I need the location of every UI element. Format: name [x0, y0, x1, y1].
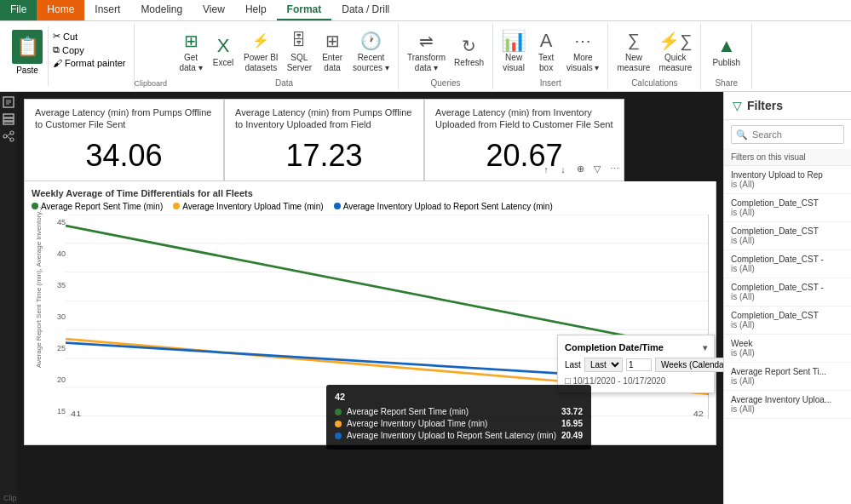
filter-header: ▽ Filters — [724, 92, 851, 120]
more-visuals-button[interactable]: ⋯ Morevisuals ▾ — [563, 27, 602, 75]
filter-item-0[interactable]: Inventory Upload to Rep is (All) — [724, 166, 851, 194]
clipboard-small-buttons: ✂ Cut ⧉ Copy 🖌 Format painter — [49, 26, 130, 86]
new-visual-button[interactable]: 📊 Newvisual — [498, 27, 529, 75]
data-label: Data — [275, 77, 293, 88]
ribbon-tab-bar: File Home Insert Modeling View Help Form… — [0, 0, 851, 21]
y-axis-label: Average Report Sent Time (min), Average … — [35, 266, 43, 368]
tooltip-row-0: Average Report Sent Time (min) 33.72 — [335, 407, 583, 416]
paste-button[interactable]: 📋 Paste — [7, 26, 49, 86]
legend-yellow: Average Inventory Upload Time (min) — [173, 202, 323, 211]
chart-tooltip: 42 Average Report Sent Time (min) 33.72 … — [326, 385, 591, 450]
tab-data-drill[interactable]: Data / Drill — [331, 0, 400, 20]
tooltip-dot-1 — [335, 421, 342, 427]
filter-item-3[interactable]: Completion_Date_CST - is (All) — [724, 250, 851, 278]
tab-insert[interactable]: Insert — [84, 0, 130, 20]
data-group: ⊞ Getdata ▾ X Excel ⚡ Power BIdatasets 🗄… — [170, 23, 399, 89]
excel-button[interactable]: X Excel — [208, 32, 239, 70]
calculations-label: Calculations — [631, 77, 677, 88]
format-painter-button[interactable]: 🖌 Format painter — [50, 57, 129, 69]
svg-rect-5 — [3, 118, 14, 121]
copy-button[interactable]: ⧉ Copy — [50, 43, 129, 56]
y-tick-20: 20 — [45, 375, 66, 384]
tab-modeling[interactable]: Modeling — [130, 0, 193, 20]
paste-icon: 📋 — [12, 30, 43, 64]
tooltip-row-2: Average Inventory Upload to Report Sent … — [335, 431, 583, 440]
quick-measure-button[interactable]: ⚡∑ Quickmeasure — [655, 27, 695, 75]
legend-label-yellow: Average Inventory Upload Time (min) — [182, 202, 323, 211]
tab-view[interactable]: View — [193, 0, 235, 20]
insert-group-items: 📊 Newvisual A Textbox ⋯ Morevisuals ▾ — [498, 25, 602, 77]
tooltip-label-2: Average Inventory Upload to Report Sent … — [347, 431, 556, 440]
power-bi-datasets-button[interactable]: ⚡ Power BIdatasets — [240, 27, 282, 75]
y-tick-30: 30 — [45, 312, 66, 321]
filter-item-1[interactable]: Completion_Date_CST is (All) — [724, 194, 851, 222]
enter-data-button[interactable]: ⊞ Enterdata — [317, 27, 348, 75]
legend-label-blue: Average Inventory Upload to Report Sent … — [343, 202, 553, 211]
kpi-row: Average Latency (min) from Pumps Offline… — [24, 99, 716, 181]
publish-button[interactable]: ▲ Publish — [709, 32, 744, 70]
filter-icon[interactable]: ▽ — [589, 162, 605, 177]
expand-icon[interactable]: ⊕ — [572, 162, 588, 177]
filter-item-5[interactable]: Completion_Date_CST is (All) — [724, 306, 851, 335]
filter-item-6[interactable]: Week is (All) — [724, 335, 851, 363]
quick-measure-icon: ⚡∑ — [664, 29, 687, 53]
text-box-button[interactable]: A Textbox — [531, 27, 561, 75]
recent-sources-button[interactable]: 🕐 Recentsources ▾ — [349, 27, 393, 75]
data-group-items: ⊞ Getdata ▾ X Excel ⚡ Power BIdatasets 🗄… — [175, 25, 393, 77]
tab-home[interactable]: Home — [37, 0, 84, 20]
legend-blue: Average Inventory Upload to Report Sent … — [334, 202, 553, 211]
kpi-card-2: Average Latency (min) from Inventory Upl… — [424, 99, 624, 181]
share-group-items: ▲ Publish — [709, 25, 744, 77]
more-options-icon[interactable]: ⋯ — [607, 162, 622, 177]
tooltip-val-1: 16.95 — [561, 419, 583, 428]
tab-format[interactable]: Format — [277, 0, 332, 20]
publish-icon: ▲ — [715, 34, 739, 58]
kpi-title-2: Average Latency (min) from Inventory Upl… — [435, 106, 613, 131]
kpi-value-0: 34.06 — [35, 138, 213, 174]
legend-dot-blue — [334, 203, 341, 209]
refresh-icon: ↻ — [457, 34, 481, 58]
tooltip-val-2: 20.49 — [561, 431, 583, 440]
legend-label-green: Average Report Sent Time (min) — [41, 202, 163, 211]
report-view-icon[interactable] — [2, 95, 15, 109]
share-label: Share — [715, 77, 738, 88]
model-view-icon[interactable] — [2, 129, 15, 143]
date-filter-row: Last Last Weeks (Calendar) — [565, 358, 707, 372]
filter-item-8[interactable]: Average Inventory Uploa... is (All) — [724, 391, 851, 419]
period-unit-select[interactable]: Weeks (Calendar) — [655, 358, 723, 372]
queries-group: ⇌ Transformdata ▾ ↻ Refresh Queries — [399, 23, 493, 89]
filters-section-label: Filters on this visual — [724, 149, 851, 166]
kpi-card-1: Average Latency (min) from Pumps Offline… — [224, 99, 424, 181]
transform-icon: ⇌ — [414, 29, 438, 53]
filter-item-4[interactable]: Completion_Date_CST - is (All) — [724, 278, 851, 306]
filter-item-2[interactable]: Completion_Date_CST is (All) — [724, 222, 851, 250]
filter-item-7[interactable]: Average Report Sent Ti... is (All) — [724, 363, 851, 391]
y-tick-35: 35 — [45, 281, 66, 289]
tab-file[interactable]: File — [0, 0, 37, 20]
new-measure-icon: ∑ — [622, 29, 646, 53]
search-icon: 🔍 — [736, 129, 748, 140]
cut-button[interactable]: ✂ Cut — [50, 30, 129, 43]
power-bi-icon: ⚡ — [249, 29, 273, 53]
period-value-input[interactable] — [626, 358, 652, 371]
date-filter-chevron[interactable]: ▾ — [703, 343, 707, 352]
drill-down-icon[interactable]: ↓ — [555, 162, 571, 177]
calculations-group: ∑ Newmeasure ⚡∑ Quickmeasure Calculation… — [608, 23, 701, 89]
sql-server-button[interactable]: 🗄 SQLServer — [284, 27, 315, 75]
new-measure-button[interactable]: ∑ Newmeasure — [613, 27, 653, 75]
clipboard-group: 📋 Paste ✂ Cut ⧉ Copy 🖌 Format painter Cl… — [3, 23, 135, 89]
ribbon: File Home Insert Modeling View Help Form… — [0, 0, 851, 92]
drill-up-icon[interactable]: ↑ — [538, 162, 554, 177]
kpi-toolbar: ↑ ↓ ⊕ ▽ ⋯ — [538, 162, 622, 177]
format-painter-icon: 🖌 — [53, 58, 62, 68]
tab-help[interactable]: Help — [235, 0, 277, 20]
period-type-select[interactable]: Last — [584, 358, 623, 372]
legend-dot-yellow — [173, 203, 180, 209]
get-data-button[interactable]: ⊞ Getdata ▾ — [175, 27, 206, 75]
left-panel — [0, 92, 17, 504]
transform-data-button[interactable]: ⇌ Transformdata ▾ — [404, 27, 449, 75]
data-view-icon[interactable] — [2, 112, 15, 126]
copy-icon: ⧉ — [53, 44, 60, 55]
refresh-button[interactable]: ↻ Refresh — [451, 32, 487, 70]
filter-items-list: Inventory Upload to Rep is (All) Complet… — [724, 166, 851, 504]
